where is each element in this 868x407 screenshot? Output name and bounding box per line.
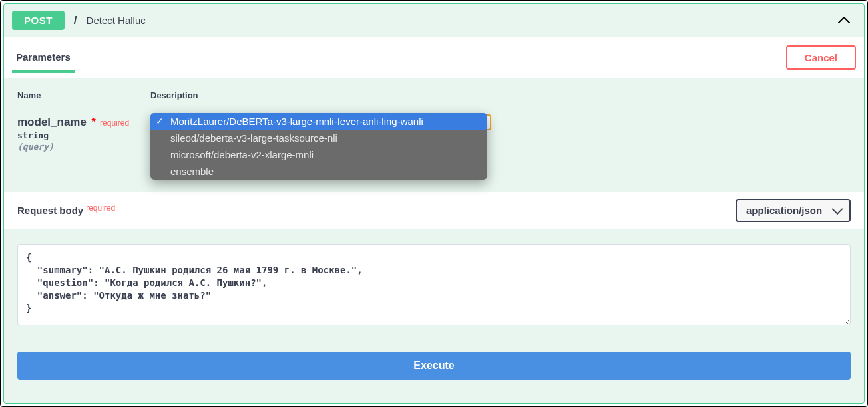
param-type: string: [17, 130, 150, 140]
request-body-header: Request body required application/json: [4, 192, 864, 229]
path-separator: /: [74, 14, 77, 27]
dropdown-option-label: MoritzLaurer/DeBERTa-v3-large-mnli-fever…: [170, 116, 423, 127]
column-header-name: Name: [17, 90, 150, 100]
required-label: required: [100, 118, 129, 128]
dropdown-option-label: microsoft/deberta-v2-xlarge-mnli: [170, 149, 314, 160]
content-type-select[interactable]: application/json: [736, 199, 851, 222]
column-header-description: Description: [150, 90, 851, 100]
execute-button[interactable]: Execute: [17, 352, 851, 380]
operation-panel: POST / Detect Halluc Parameters Cancel N…: [3, 3, 865, 404]
dropdown-option[interactable]: ✓MoritzLaurer/DeBERTa-v3-large-mnli-feve…: [150, 113, 487, 130]
dropdown-option[interactable]: sileod/deberta-v3-large-tasksource-nli: [150, 130, 487, 146]
cancel-button[interactable]: Cancel: [786, 45, 856, 70]
model-name-dropdown[interactable]: ✓MoritzLaurer/DeBERTa-v3-large-mnli-feve…: [150, 113, 487, 180]
chevron-up-icon[interactable]: [832, 13, 856, 28]
required-label: required: [86, 204, 115, 213]
dropdown-option[interactable]: microsoft/deberta-v2-xlarge-mnli: [150, 146, 487, 163]
request-body-title: Request body: [17, 205, 83, 216]
tab-bar: Parameters Cancel: [4, 37, 864, 78]
operation-header[interactable]: POST / Detect Halluc: [4, 4, 864, 37]
param-name: model_name: [17, 116, 87, 128]
http-method-badge: POST: [12, 11, 65, 30]
request-body-textarea[interactable]: [17, 244, 851, 325]
dropdown-option[interactable]: ensemble: [150, 163, 487, 180]
param-row-model-name: model_name * required string (query) ✓Mo…: [17, 106, 851, 192]
param-in: (query): [17, 142, 150, 152]
check-icon: ✓: [156, 116, 164, 126]
required-star: *: [91, 116, 95, 128]
tab-parameters[interactable]: Parameters: [12, 42, 75, 73]
operation-summary: Detect Halluc: [87, 15, 146, 26]
params-table-header: Name Description: [17, 78, 851, 106]
dropdown-option-label: ensemble: [170, 166, 214, 177]
dropdown-option-label: sileod/deberta-v3-large-tasksource-nli: [170, 132, 337, 144]
